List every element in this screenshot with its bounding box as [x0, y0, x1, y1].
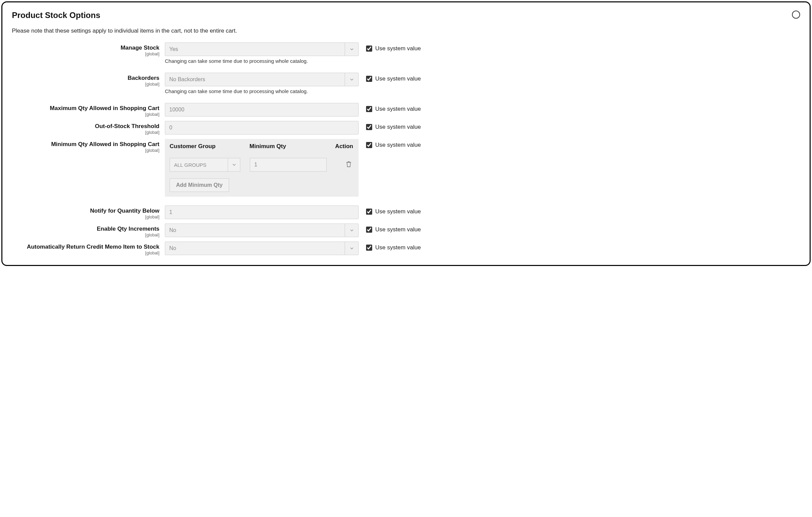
select-auto-return-value: No — [169, 245, 176, 251]
select-customer-group-value: ALL GROUPS — [174, 162, 206, 168]
input-notify-below[interactable] — [165, 206, 359, 219]
input-min-qty-value[interactable] — [250, 158, 327, 172]
hint-backorders: Changing can take some time due to proce… — [165, 88, 359, 94]
use-system-label: Use system value — [375, 208, 421, 215]
row-enable-incr: Enable Qty Increments [global] No Use sy… — [12, 224, 800, 237]
use-system-label: Use system value — [375, 142, 421, 148]
chevron-down-icon — [345, 73, 358, 86]
chevron-down-icon — [345, 43, 358, 56]
scope-max-qty: [global] — [12, 112, 159, 117]
label-backorders: Backorders — [127, 75, 159, 81]
use-system-oos-threshold[interactable]: Use system value — [359, 121, 421, 131]
scope-min-qty: [global] — [12, 148, 159, 153]
use-system-label: Use system value — [375, 45, 421, 52]
col-action: Action — [324, 143, 354, 150]
checkbox-max-qty[interactable] — [366, 106, 372, 112]
scope-manage-stock: [global] — [12, 51, 159, 56]
chevron-down-icon — [345, 224, 358, 237]
use-system-max-qty[interactable]: Use system value — [359, 103, 421, 113]
checkbox-backorders[interactable] — [366, 76, 372, 82]
use-system-manage-stock[interactable]: Use system value — [359, 42, 421, 53]
collapse-button[interactable] — [792, 11, 800, 19]
panel-title: Product Stock Options — [12, 11, 100, 20]
use-system-auto-return[interactable]: Use system value — [359, 242, 421, 252]
min-qty-table: Customer Group Minimum Qty Action ALL GR… — [165, 139, 359, 197]
input-max-qty[interactable] — [165, 103, 359, 117]
select-enable-incr-value: No — [169, 227, 176, 233]
product-stock-options-panel: Product Stock Options Please note that t… — [1, 1, 811, 266]
scope-oos-threshold: [global] — [12, 130, 159, 135]
scope-auto-return: [global] — [12, 250, 159, 255]
use-system-label: Use system value — [375, 124, 421, 130]
select-backorders-value: No Backorders — [169, 76, 205, 83]
add-minimum-qty-button[interactable]: Add Minimum Qty — [170, 178, 229, 192]
label-oos-threshold: Out-of-Stock Threshold — [95, 123, 159, 129]
use-system-backorders[interactable]: Use system value — [359, 73, 421, 83]
label-min-qty: Minimum Qty Allowed in Shopping Cart — [51, 141, 159, 147]
label-manage-stock: Manage Stock — [121, 44, 159, 51]
row-manage-stock: Manage Stock [global] Yes Changing can t… — [12, 42, 800, 64]
label-auto-return: Automatically Return Credit Memo Item to… — [27, 244, 159, 250]
label-max-qty: Maximum Qty Allowed in Shopping Cart — [50, 105, 159, 111]
checkbox-manage-stock[interactable] — [366, 46, 372, 52]
select-auto-return[interactable]: No — [165, 242, 359, 255]
row-auto-return: Automatically Return Credit Memo Item to… — [12, 242, 800, 255]
scope-backorders: [global] — [12, 82, 159, 87]
use-system-enable-incr[interactable]: Use system value — [359, 224, 421, 234]
use-system-label: Use system value — [375, 75, 421, 82]
checkbox-notify-below[interactable] — [366, 209, 372, 215]
row-notify-below: Notify for Quantity Below [global] Use s… — [12, 206, 800, 219]
use-system-min-qty[interactable]: Use system value — [359, 139, 421, 149]
use-system-label: Use system value — [375, 244, 421, 251]
use-system-notify-below[interactable]: Use system value — [359, 206, 421, 216]
select-enable-incr[interactable]: No — [165, 224, 359, 237]
chevron-down-icon — [345, 242, 358, 255]
scope-enable-incr: [global] — [12, 232, 159, 237]
trash-icon[interactable] — [346, 162, 352, 169]
use-system-label: Use system value — [375, 226, 421, 233]
label-enable-incr: Enable Qty Increments — [97, 226, 159, 232]
chevron-down-icon — [228, 158, 240, 171]
scope-notify-below: [global] — [12, 214, 159, 219]
select-customer-group[interactable]: ALL GROUPS — [170, 158, 240, 172]
panel-note: Please note that these settings apply to… — [12, 28, 800, 34]
checkbox-enable-incr[interactable] — [366, 227, 372, 233]
row-max-qty: Maximum Qty Allowed in Shopping Cart [gl… — [12, 103, 800, 117]
select-backorders[interactable]: No Backorders — [165, 73, 359, 86]
label-notify-below: Notify for Quantity Below — [90, 208, 159, 214]
checkbox-min-qty[interactable] — [366, 142, 372, 148]
input-oos-threshold[interactable] — [165, 121, 359, 135]
row-min-qty: Minimum Qty Allowed in Shopping Cart [gl… — [12, 139, 800, 197]
col-customer-group: Customer Group — [170, 143, 249, 150]
use-system-label: Use system value — [375, 106, 421, 112]
checkbox-oos-threshold[interactable] — [366, 124, 372, 130]
table-row: ALL GROUPS — [170, 155, 354, 176]
col-minimum-qty: Minimum Qty — [249, 143, 324, 150]
select-manage-stock-value: Yes — [169, 46, 178, 52]
checkbox-auto-return[interactable] — [366, 245, 372, 251]
select-manage-stock[interactable]: Yes — [165, 42, 359, 56]
hint-manage-stock: Changing can take some time due to proce… — [165, 58, 359, 64]
row-backorders: Backorders [global] No Backorders Changi… — [12, 73, 800, 94]
row-oos-threshold: Out-of-Stock Threshold [global] Use syst… — [12, 121, 800, 135]
